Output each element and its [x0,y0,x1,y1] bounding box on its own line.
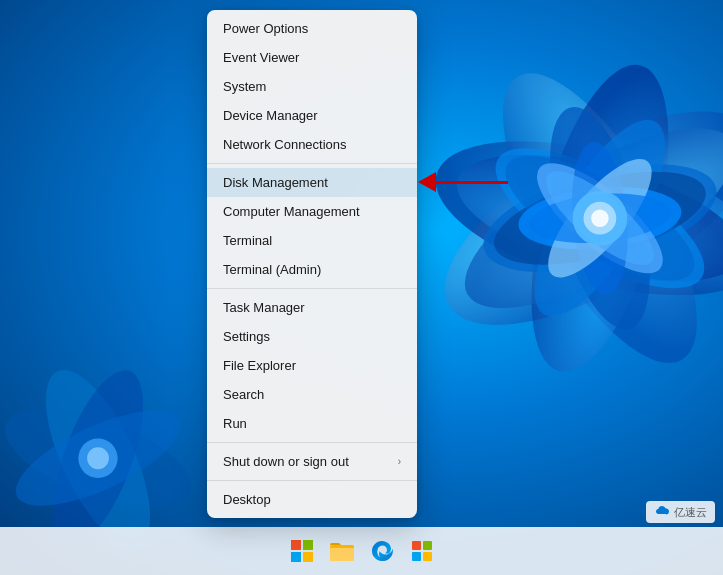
menu-divider [207,480,417,481]
arrow-head [418,172,436,192]
svg-point-21 [591,209,608,226]
menu-item-label: Event Viewer [223,50,299,65]
watermark-text: 亿速云 [674,505,707,520]
menu-item-power-options[interactable]: Power Options [207,14,417,43]
menu-item-label: Desktop [223,492,271,507]
microsoft-store-icon[interactable] [406,535,438,567]
menu-item-label: Power Options [223,21,308,36]
menu-item-label: Task Manager [223,300,305,315]
edge-browser-icon[interactable] [366,535,398,567]
menu-divider [207,163,417,164]
menu-item-label: Computer Management [223,204,360,219]
menu-item-settings[interactable]: Settings [207,322,417,351]
svg-rect-30 [291,552,301,562]
menu-item-label: System [223,79,266,94]
menu-item-terminal[interactable]: Terminal [207,226,417,255]
svg-rect-31 [303,552,313,562]
menu-item-run[interactable]: Run [207,409,417,438]
svg-rect-37 [423,552,432,561]
svg-rect-36 [412,552,421,561]
svg-rect-29 [303,540,313,550]
context-menu: Power OptionsEvent ViewerSystemDevice Ma… [207,10,417,518]
svg-rect-33 [330,548,354,561]
file-explorer-icon[interactable] [326,535,358,567]
menu-item-device-manager[interactable]: Device Manager [207,101,417,130]
chevron-right-icon: › [398,456,401,467]
watermark: 亿速云 [646,501,715,523]
menu-item-computer-management[interactable]: Computer Management [207,197,417,226]
taskbar [0,527,723,575]
red-arrow [418,168,508,196]
menu-item-label: Shut down or sign out [223,454,349,469]
menu-item-label: Terminal [223,233,272,248]
menu-item-label: Disk Management [223,175,328,190]
cloud-icon [654,504,670,520]
menu-divider [207,288,417,289]
svg-point-27 [87,447,109,469]
menu-item-terminal-admin[interactable]: Terminal (Admin) [207,255,417,284]
svg-rect-34 [412,541,421,550]
menu-item-search[interactable]: Search [207,380,417,409]
menu-item-event-viewer[interactable]: Event Viewer [207,43,417,72]
menu-item-label: Settings [223,329,270,344]
menu-divider [207,442,417,443]
menu-item-network-connections[interactable]: Network Connections [207,130,417,159]
menu-item-desktop[interactable]: Desktop [207,485,417,514]
svg-rect-28 [291,540,301,550]
menu-item-label: Device Manager [223,108,318,123]
menu-item-label: Terminal (Admin) [223,262,321,277]
menu-item-disk-management[interactable]: Disk Management [207,168,417,197]
arrow-line [436,181,508,184]
menu-item-system[interactable]: System [207,72,417,101]
menu-item-label: Run [223,416,247,431]
menu-item-file-explorer[interactable]: File Explorer [207,351,417,380]
menu-item-label: File Explorer [223,358,296,373]
menu-item-label: Search [223,387,264,402]
start-button[interactable] [286,535,318,567]
menu-item-label: Network Connections [223,137,347,152]
menu-item-shut-down[interactable]: Shut down or sign out› [207,447,417,476]
svg-rect-35 [423,541,432,550]
menu-item-task-manager[interactable]: Task Manager [207,293,417,322]
